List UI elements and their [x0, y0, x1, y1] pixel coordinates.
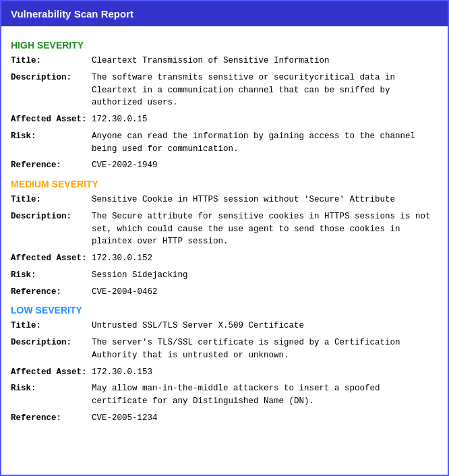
field-value-low-3: May allow man-in-the-middle attackers to… [92, 382, 438, 408]
field-row-low-1: Description:The server's TLS/SSL certifi… [11, 336, 438, 362]
severity-heading-high: HIGH SEVERITY [11, 40, 438, 51]
field-row-low-0: Title:Untrusted SSL/TLS Server X.509 Cer… [11, 320, 438, 332]
field-value-medium-2: 172.30.0.152 [92, 252, 438, 265]
report-body: HIGH SEVERITYTitle:Cleartext Transmissio… [1, 26, 448, 438]
field-value-high-0: Cleartext Transmission of Sensitive Info… [92, 55, 438, 67]
field-row-low-2: Affected Asset:172.30.0.153 [11, 366, 438, 379]
field-value-high-3: Anyone can read the information by gaini… [92, 130, 438, 156]
field-label-low-2: Affected Asset: [11, 366, 92, 379]
field-label-medium-3: Risk: [11, 269, 92, 282]
field-value-medium-1: The Secure attribute for sensitive cooki… [92, 210, 438, 248]
field-label-medium-0: Title: [11, 194, 92, 206]
field-label-medium-1: Description: [11, 210, 92, 248]
field-value-high-4: CVE-2002-1949 [92, 159, 438, 172]
field-row-high-4: Reference:CVE-2002-1949 [11, 159, 438, 172]
field-row-medium-0: Title:Sensitive Cookie in HTTPS session … [11, 194, 438, 206]
severity-heading-medium: MEDIUM SEVERITY [11, 179, 438, 189]
severity-heading-low: LOW SEVERITY [11, 305, 438, 316]
field-row-high-2: Affected Asset:172.30.0.15 [11, 113, 438, 126]
report-header: Vulnerability Scan Report [1, 1, 448, 26]
field-value-low-0: Untrusted SSL/TLS Server X.509 Certifica… [92, 320, 438, 332]
field-label-low-0: Title: [11, 320, 92, 332]
field-row-low-4: Reference:CVE-2005-1234 [11, 412, 438, 425]
field-row-medium-1: Description:The Secure attribute for sen… [11, 210, 438, 248]
field-value-medium-3: Session Sidejacking [92, 269, 438, 282]
field-value-high-1: The software transmits sensitive or secu… [92, 71, 438, 109]
field-row-high-1: Description:The software transmits sensi… [11, 71, 438, 109]
field-row-high-0: Title:Cleartext Transmission of Sensitiv… [11, 55, 438, 67]
field-value-medium-4: CVE-2004-0462 [92, 286, 438, 299]
field-label-high-1: Description: [11, 71, 92, 109]
field-label-high-4: Reference: [11, 159, 92, 172]
field-row-medium-2: Affected Asset:172.30.0.152 [11, 252, 438, 265]
field-value-low-4: CVE-2005-1234 [92, 412, 438, 425]
field-label-high-2: Affected Asset: [11, 113, 92, 126]
field-label-high-3: Risk: [11, 130, 92, 156]
field-row-medium-3: Risk:Session Sidejacking [11, 269, 438, 282]
report-container: Vulnerability Scan Report HIGH SEVERITYT… [0, 0, 449, 476]
field-row-low-3: Risk:May allow man-in-the-middle attacke… [11, 382, 438, 408]
field-label-low-4: Reference: [11, 412, 92, 425]
field-label-low-1: Description: [11, 336, 92, 362]
field-label-medium-4: Reference: [11, 286, 92, 299]
field-label-medium-2: Affected Asset: [11, 252, 92, 265]
report-title: Vulnerability Scan Report [11, 8, 133, 20]
field-row-medium-4: Reference:CVE-2004-0462 [11, 286, 438, 299]
field-value-low-2: 172.30.0.153 [92, 366, 438, 379]
field-value-low-1: The server's TLS/SSL certificate is sign… [92, 336, 438, 362]
field-row-high-3: Risk:Anyone can read the information by … [11, 130, 438, 156]
field-value-high-2: 172.30.0.15 [92, 113, 438, 126]
field-label-low-3: Risk: [11, 382, 92, 408]
field-value-medium-0: Sensitive Cookie in HTTPS session withou… [92, 194, 438, 206]
field-label-high-0: Title: [11, 55, 92, 67]
